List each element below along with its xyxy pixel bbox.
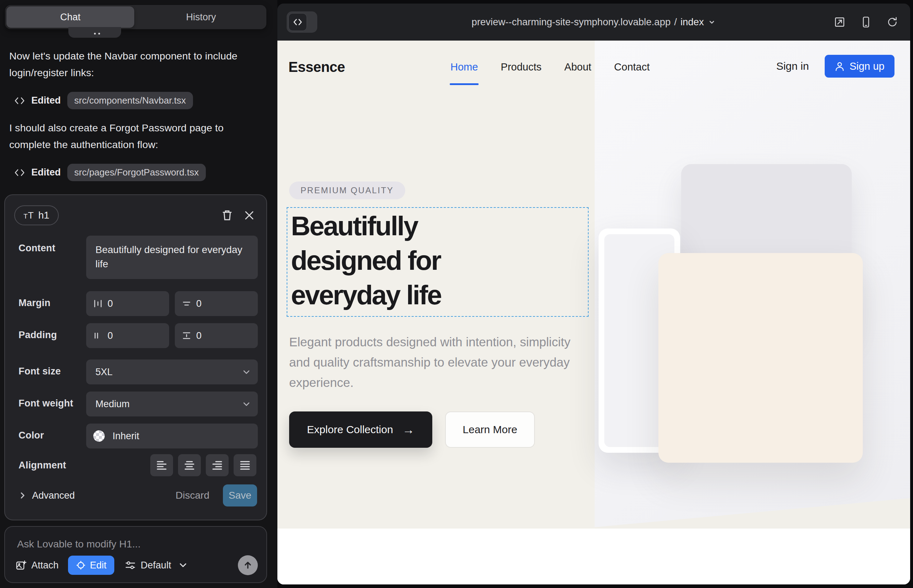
- nav-links: Home Products About Contact: [450, 61, 650, 73]
- nav-link-contact[interactable]: Contact: [614, 61, 650, 73]
- save-button[interactable]: Save: [223, 485, 257, 507]
- file-chip[interactable]: src/components/Navbar.tsx: [67, 92, 193, 109]
- margin-x-input[interactable]: 0: [86, 291, 169, 316]
- premium-quality-badge: PREMIUM QUALITY: [289, 181, 405, 199]
- mobile-view-button[interactable]: [858, 14, 874, 30]
- nav-link-home[interactable]: Home: [450, 61, 478, 73]
- tab-history[interactable]: History: [137, 6, 265, 28]
- font-weight-label: Font weight: [18, 398, 73, 409]
- open-external-button[interactable]: [832, 14, 847, 30]
- url-separator: /: [674, 16, 677, 28]
- file-chip[interactable]: src/pages/ForgotPassword.tsx: [67, 164, 206, 181]
- model-selector[interactable]: Default: [125, 560, 188, 571]
- sign-up-button[interactable]: Sign up: [825, 55, 895, 78]
- discard-button[interactable]: Discard: [176, 490, 209, 501]
- content-label: Content: [18, 243, 55, 254]
- hero-paragraph: Elegant products designed with intention…: [289, 332, 570, 393]
- align-right-icon: [212, 460, 223, 470]
- site-navbar: Essence Home Products About Contact Sign…: [277, 40, 910, 105]
- chevron-down-icon: [242, 400, 251, 408]
- element-tag: h1: [39, 210, 50, 221]
- align-justify-button[interactable]: [233, 454, 256, 476]
- preview-toolbar: preview--charming-site-symphony.lovable.…: [277, 3, 910, 40]
- collapsed-chip[interactable]: [68, 27, 121, 38]
- selected-element-chip[interactable]: TT h1: [14, 205, 59, 225]
- chevron-right-icon: [18, 491, 26, 499]
- refresh-button[interactable]: [884, 14, 900, 30]
- advanced-toggle[interactable]: Advanced: [18, 490, 75, 501]
- padding-x-input[interactable]: 0: [86, 323, 169, 348]
- align-left-icon: [156, 460, 167, 470]
- chat-history-tabbar: Chat History: [5, 5, 266, 29]
- learn-more-button[interactable]: Learn More: [445, 412, 535, 448]
- edited-file-row[interactable]: Edited src/components/Navbar.tsx: [14, 92, 193, 109]
- font-weight-select[interactable]: Medium: [86, 391, 258, 417]
- margin-horizontal-icon: [93, 299, 102, 308]
- rendered-site: Essence Home Products About Contact Sign…: [277, 40, 910, 585]
- font-size-select[interactable]: 5XL: [86, 360, 258, 384]
- chevron-down-icon: [242, 368, 251, 376]
- preview-window: preview--charming-site-symphony.lovable.…: [277, 3, 910, 585]
- align-justify-icon: [240, 460, 250, 470]
- close-icon: [244, 210, 254, 221]
- ellipsis-dots-icon: [94, 33, 96, 34]
- target-icon: [76, 560, 86, 570]
- decorative-card-cream: [659, 253, 863, 463]
- margin-label: Margin: [18, 297, 50, 309]
- lovable-side-panel: Chat History Now let's update the Navbar…: [0, 0, 277, 588]
- site-next-section: [277, 528, 910, 585]
- external-link-icon: [834, 16, 845, 28]
- smartphone-icon: [860, 16, 872, 28]
- alignment-group: [150, 454, 256, 476]
- prompt-composer: Ask Lovable to modify H1... Attach Edit …: [4, 526, 267, 583]
- typography-icon: TT: [24, 210, 34, 221]
- attach-button[interactable]: Attach: [16, 560, 59, 571]
- chevron-down-icon: [707, 18, 716, 26]
- assistant-message: I should also create a Forgot Password p…: [9, 120, 241, 153]
- alignment-label: Alignment: [18, 460, 66, 471]
- align-center-button[interactable]: [178, 454, 201, 476]
- align-left-button[interactable]: [150, 454, 173, 476]
- hero-heading[interactable]: Beautifully designed for everyday life: [291, 208, 519, 312]
- align-right-button[interactable]: [206, 454, 228, 476]
- edited-label: Edited: [31, 167, 61, 178]
- element-selection-outline[interactable]: Beautifully designed for everyday life: [287, 207, 589, 317]
- transparent-swatch-icon: [93, 430, 105, 442]
- site-logo[interactable]: Essence: [288, 59, 345, 75]
- color-select[interactable]: Inherit: [86, 423, 258, 449]
- url-bar[interactable]: preview--charming-site-symphony.lovable.…: [277, 3, 910, 40]
- nav-link-about[interactable]: About: [564, 61, 591, 73]
- prompt-input[interactable]: Ask Lovable to modify H1...: [17, 538, 141, 550]
- element-editor-panel: TT h1 Content Beautifully designed for e…: [4, 194, 267, 520]
- edit-mode-button[interactable]: Edit: [68, 556, 115, 575]
- margin-y-input[interactable]: 0: [175, 291, 258, 316]
- hero-section: Essence Home Products About Contact Sign…: [277, 40, 910, 528]
- sliders-icon: [125, 560, 136, 570]
- explore-collection-button[interactable]: Explore Collection →: [289, 412, 432, 448]
- route-name: index: [680, 16, 704, 28]
- chevron-down-icon: [178, 560, 188, 570]
- arrow-up-icon: [243, 561, 253, 570]
- preview-url: preview--charming-site-symphony.lovable.…: [471, 16, 670, 28]
- arrow-right-icon: →: [402, 423, 414, 437]
- user-icon: [835, 61, 845, 71]
- padding-y-input[interactable]: 0: [175, 323, 258, 348]
- edited-file-row[interactable]: Edited src/pages/ForgotPassword.tsx: [14, 164, 206, 181]
- delete-element-button[interactable]: [219, 207, 235, 223]
- close-editor-button[interactable]: [241, 207, 257, 223]
- send-button[interactable]: [238, 555, 258, 575]
- padding-horizontal-icon: [93, 331, 102, 340]
- content-input[interactable]: Beautifully designed for everyday life: [86, 236, 258, 279]
- sign-in-link[interactable]: Sign in: [776, 60, 809, 72]
- attach-image-icon: [16, 560, 26, 570]
- tab-chat[interactable]: Chat: [6, 6, 134, 28]
- margin-vertical-icon: [182, 299, 191, 308]
- nav-link-products[interactable]: Products: [501, 61, 541, 73]
- edited-label: Edited: [31, 95, 61, 106]
- code-icon: [14, 168, 25, 177]
- assistant-message: Now let's update the Navbar component to…: [9, 48, 241, 81]
- align-center-icon: [184, 460, 195, 470]
- trash-icon: [222, 210, 233, 221]
- padding-vertical-icon: [182, 331, 191, 340]
- color-label: Color: [18, 430, 44, 441]
